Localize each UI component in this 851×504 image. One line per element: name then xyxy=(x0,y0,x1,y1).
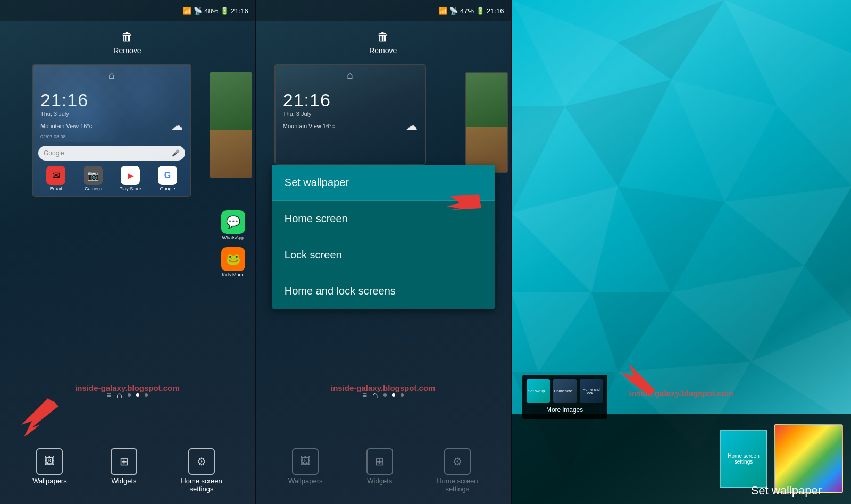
dot-1-2 xyxy=(383,393,387,397)
earth-preview-1 xyxy=(210,130,252,178)
email-label-1: Email xyxy=(50,186,62,191)
camera-label-1: Camera xyxy=(85,186,102,191)
svg-marker-20 xyxy=(621,364,655,396)
svg-marker-6 xyxy=(565,80,671,186)
side-preview-2 xyxy=(465,72,508,173)
phone-bottom-space-2 xyxy=(276,137,425,164)
remove-bar-1: 🗑 Remove xyxy=(0,21,255,64)
weather-2: Mountain View 16°c xyxy=(283,123,335,129)
trash-icon-2: 🗑 xyxy=(377,30,389,44)
status-bar-1: 📶 📡 48% 🔋 21:16 xyxy=(0,0,255,21)
battery-icon-2: 🔋 xyxy=(476,7,485,15)
kidsmode-icon-1: 🐸 xyxy=(221,247,245,271)
menu-item-lock-screen[interactable]: Lock screen xyxy=(272,237,495,273)
dot-active-1 xyxy=(136,393,139,397)
status-bar-2: 📶 📡 47% 🔋 21:16 xyxy=(256,0,511,21)
battery-label-1: 48% xyxy=(204,7,218,15)
remove-bar-2: 🗑 Remove xyxy=(256,21,511,64)
side-preview-1 xyxy=(210,72,252,178)
dot-active-2 xyxy=(392,393,395,397)
home-settings-thumb-label: Home screen settings xyxy=(723,453,764,465)
battery-icon-1: 🔋 xyxy=(220,7,229,15)
panel-3: Set wallp... Home scre... Home and lock.… xyxy=(512,0,851,504)
set-wallpaper-label-p3[interactable]: Set wallpaper xyxy=(751,484,822,498)
watermark-1: inside-galaxy.blogspot.com xyxy=(0,383,255,392)
svg-marker-19 xyxy=(751,319,851,425)
menu-item-home-lock-screens[interactable]: Home and lock screens xyxy=(272,273,495,309)
wallpapers-icon-1: 🖼 xyxy=(36,448,63,475)
trash-icon-1: 🗑 xyxy=(121,30,133,44)
remove-label-2: Remove xyxy=(369,46,397,55)
svg-marker-8 xyxy=(512,106,565,213)
email-icon-1: ✉ xyxy=(46,166,65,185)
clock-time-2: 21:16 xyxy=(283,90,418,111)
wifi-icon-1: 📶 xyxy=(183,7,191,15)
clock-date-2: Thu, 3 July xyxy=(283,111,418,117)
app-playstore-1[interactable]: ▶ Play Store xyxy=(116,166,145,191)
widgets-label-1: Widgets xyxy=(112,477,137,485)
wallpapers-label-2: Wallpapers xyxy=(288,477,323,485)
home-settings-icon-1: ⚙ xyxy=(188,448,215,475)
whatsapp-side-1: 💬 WhatsApp xyxy=(216,210,251,240)
mic-icon-1: 🎤 xyxy=(172,149,180,157)
signal-icon-1: 📡 xyxy=(194,7,202,15)
playstore-label-1: Play Store xyxy=(119,186,141,191)
svg-marker-7 xyxy=(671,80,778,202)
widgets-label-2: Widgets xyxy=(367,477,392,485)
svg-marker-15 xyxy=(512,292,591,372)
status-icons-1: 📶 📡 48% 🔋 21:16 xyxy=(183,7,248,15)
svg-marker-3 xyxy=(512,0,618,106)
svg-marker-1 xyxy=(21,398,56,437)
weather-row-2: Mountain View 16°c ☁ xyxy=(283,119,418,133)
grass-preview-1 xyxy=(210,72,252,130)
status-icons-2: 📶 📡 47% 🔋 21:16 xyxy=(439,7,504,15)
app-camera-1[interactable]: 📷 Camera xyxy=(79,166,108,191)
svg-marker-10 xyxy=(512,186,618,292)
grass-side-2 xyxy=(466,73,507,127)
google-icon-1: G xyxy=(158,166,177,185)
time-label-1: 21:16 xyxy=(231,7,248,15)
red-arrow-1 xyxy=(16,396,59,440)
camera-icon-1: 📷 xyxy=(84,166,103,185)
whatsapp-label-1: WhatsApp xyxy=(216,235,251,240)
svg-marker-11 xyxy=(618,186,724,292)
remove-label-1: Remove xyxy=(113,46,141,55)
battery-label-2: 47% xyxy=(460,7,474,15)
google-label-1: Google xyxy=(160,186,175,191)
time-label-2: 21:16 xyxy=(487,7,504,15)
bottom-actions-2: 🖼 Wallpapers ⊞ Widgets ⚙ Home screen set… xyxy=(256,448,511,493)
app-google-1[interactable]: G Google xyxy=(153,166,182,191)
widgets-icon-2: ⊞ xyxy=(366,448,393,475)
red-arrow-3 xyxy=(618,358,661,398)
svg-marker-14 xyxy=(671,266,804,362)
bokeh-overlay xyxy=(33,65,190,142)
clock-area-2: 21:16 Thu, 3 July Mountain View 16°c ☁ xyxy=(276,83,425,137)
home-settings-button-1[interactable]: ⚙ Home screen settings xyxy=(181,448,222,493)
wallpapers-label-1: Wallpapers xyxy=(32,477,67,485)
panel-3-content: Set wallp... Home scre... Home and lock.… xyxy=(512,0,851,504)
dot-3-2 xyxy=(401,393,404,397)
svg-marker-4 xyxy=(618,0,724,80)
panel-1: 📶 📡 48% 🔋 21:16 🗑 Remove ⌂ 21:16 Thu, 3 … xyxy=(0,0,255,504)
search-bar-1[interactable]: Google 🎤 xyxy=(38,146,185,161)
widgets-button-1[interactable]: ⊞ Widgets xyxy=(111,448,137,493)
widgets-button-2[interactable]: ⊞ Widgets xyxy=(366,448,393,493)
kidsmode-side-1: 🐸 Kids Mode xyxy=(216,247,251,278)
whatsapp-icon-1: 💬 xyxy=(221,210,245,234)
dot-1 xyxy=(128,393,131,397)
watermark-2: inside-galaxy.blogspot.com xyxy=(256,383,511,392)
app-email-1[interactable]: ✉ Email xyxy=(41,166,71,191)
home-top-icon-2: ⌂ xyxy=(276,65,425,83)
wallpapers-button-1[interactable]: 🖼 Wallpapers xyxy=(32,448,67,493)
widgets-icon-1: ⊞ xyxy=(111,448,137,475)
wallpapers-icon-2: 🖼 xyxy=(292,448,319,475)
home-settings-label-1: Home screen settings xyxy=(181,477,222,493)
set-wallpaper-bar: Set wallpaper xyxy=(512,467,851,504)
wallpapers-button-2[interactable]: 🖼 Wallpapers xyxy=(288,448,323,493)
home-settings-button-2[interactable]: ⚙ Home screen settings xyxy=(437,448,478,493)
bottom-actions-1: 🖼 Wallpapers ⊞ Widgets ⚙ Home screen set… xyxy=(0,448,255,493)
playstore-icon-1: ▶ xyxy=(121,166,140,185)
phone-frame-1: ⌂ 21:16 Thu, 3 July Mountain View 16°c ☁… xyxy=(32,64,191,197)
home-settings-label-2: Home screen settings xyxy=(437,477,478,493)
app-row-1: ✉ Email 📷 Camera ▶ Play Store G Google xyxy=(33,163,190,196)
